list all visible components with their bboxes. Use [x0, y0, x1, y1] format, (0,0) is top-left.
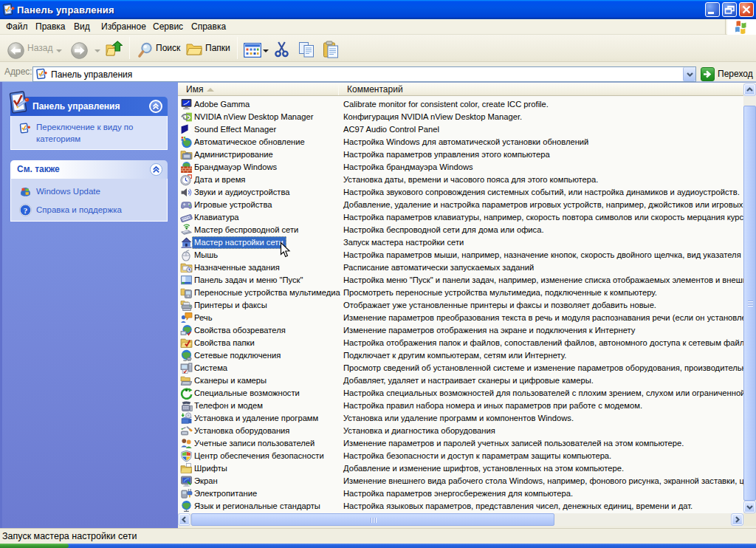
svg-text:?: ? [24, 206, 28, 215]
